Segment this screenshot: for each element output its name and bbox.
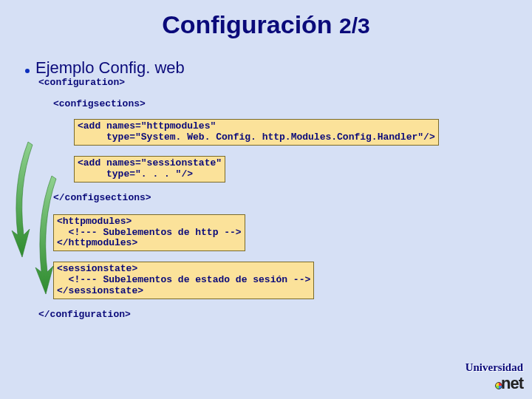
- code-line: <add names="sessionstate": [78, 157, 222, 168]
- code-configuration-close: </configuration>: [38, 310, 532, 321]
- code-line: type=". . . "/>: [78, 168, 193, 180]
- code-line: <httpmodules>: [57, 216, 132, 227]
- bullet-item: Ejemplo Config. web: [25, 58, 532, 78]
- logo-universidad: Universidad: [466, 361, 523, 374]
- logo-dotnet: net: [466, 374, 523, 393]
- bullet-dot-icon: [25, 69, 30, 73]
- code-add-sessionstate-box: <add names="sessionstate" type=". . . "/…: [74, 156, 225, 183]
- slide-title: Configuración 2/3: [0, 0, 532, 39]
- arrow-httpmodules-icon: [10, 139, 34, 259]
- code-add-httpmodules-box: <add names="httpmodules" type="System. W…: [74, 119, 439, 146]
- code-line: </sessionstate>: [57, 285, 143, 296]
- code-line: </httpmodules>: [57, 237, 137, 248]
- code-configsections-close: </configsections>: [53, 193, 532, 204]
- title-subpage: 2/3: [339, 13, 370, 38]
- code-example: <configuration> <configsections> <add na…: [38, 78, 532, 321]
- code-line: type="System. Web. Config. http.Modules.…: [78, 132, 435, 143]
- logo-net-text: net: [501, 374, 523, 392]
- footer-logo: Universidad net: [466, 361, 523, 393]
- code-line: <!--- Subelementos de estado de sesión -…: [57, 274, 310, 285]
- code-line: <sessionstate>: [57, 263, 137, 274]
- code-configuration-open: <configuration>: [38, 78, 532, 89]
- code-line: <!--- Subelementos de http -->: [57, 227, 242, 238]
- code-httpmodules-block: <httpmodules> <!--- Subelementos de http…: [53, 214, 245, 252]
- code-configsections-open: <configsections>: [53, 99, 532, 110]
- bullet-text: Ejemplo Config. web: [35, 58, 185, 78]
- code-line: <add names="httpmodules": [78, 120, 216, 132]
- code-sessionstate-block: <sessionstate> <!--- Subelementos de est…: [53, 262, 314, 299]
- title-main: Configuración: [162, 10, 332, 38]
